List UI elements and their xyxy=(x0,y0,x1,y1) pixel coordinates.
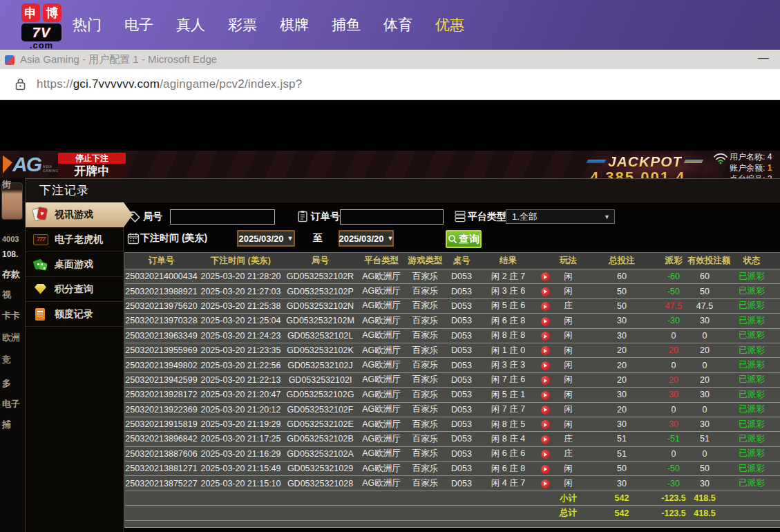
platform-label: 平台类型 xyxy=(468,211,506,223)
play-icon[interactable] xyxy=(541,391,550,400)
play-cell xyxy=(538,316,553,326)
platform-cell: AG欧洲厅 xyxy=(356,359,406,371)
play-icon[interactable] xyxy=(541,361,550,370)
table-no-cell: D053 xyxy=(444,390,479,399)
address-bar[interactable]: https://gci.7vvvvvv.com/agingame/pcv2/in… xyxy=(0,69,780,100)
order-input[interactable] xyxy=(340,209,444,225)
play-icon[interactable] xyxy=(541,406,550,415)
clipboard-icon xyxy=(296,210,309,222)
result-cell: 闲 3 庄 6 xyxy=(479,285,538,297)
bet-time-cell: 2025-03-20 21:19:29 xyxy=(198,419,284,429)
play-icon[interactable] xyxy=(541,317,550,326)
bet-time-cell: 2025-03-20 21:15:10 xyxy=(198,479,284,488)
platform-cell: AG欧洲厅 xyxy=(356,448,406,459)
background-menu-item: 卡卡 xyxy=(2,310,20,322)
nav-item[interactable]: 真人 xyxy=(176,15,205,35)
chevron-down-icon: ▼ xyxy=(604,213,610,220)
subtotal-row: 小计 542 -123.5 418.5 xyxy=(125,491,780,506)
logo-com: .com xyxy=(15,41,68,49)
sidebar-item-label: 额度记录 xyxy=(55,308,93,321)
round-input[interactable] xyxy=(170,209,275,225)
nav-item[interactable]: 热门 xyxy=(73,15,102,35)
table-no-cell: D053 xyxy=(444,316,479,325)
play-cell xyxy=(538,464,553,474)
result-cell: 闲 8 庄 4 xyxy=(479,433,538,445)
play-icon[interactable] xyxy=(541,479,550,488)
bet-time-cell: 2025-03-20 21:22:56 xyxy=(198,361,284,370)
play-icon[interactable] xyxy=(541,287,550,296)
total-bet-cell: 60 xyxy=(584,272,660,281)
nav-item[interactable]: 棋牌 xyxy=(280,15,309,35)
status-cell: 已派彩 xyxy=(722,477,780,489)
cards-icon xyxy=(32,207,49,222)
round-label: 局号 xyxy=(143,211,162,223)
table-no-cell: D053 xyxy=(444,287,479,296)
result-cell: 闲 5 庄 1 xyxy=(479,389,538,401)
platform-icon xyxy=(454,210,466,222)
page-content: AG ASIA GAMING 停止下注 开牌中 JACKPOT 4,385,00… xyxy=(0,100,780,532)
site-logo[interactable]: 申 博 7V .com xyxy=(15,3,68,49)
play-type-cell: 闲 xyxy=(553,403,584,415)
play-cell xyxy=(538,375,553,386)
play-icon[interactable] xyxy=(541,346,550,355)
bet-time-cell: 2025-03-20 21:25:04 xyxy=(198,316,284,325)
play-cell xyxy=(538,419,553,430)
play-icon[interactable] xyxy=(541,435,550,444)
payout-cell: 0 xyxy=(660,361,687,370)
total-bet-cell: 20 xyxy=(584,375,660,385)
play-type-cell: 闲 xyxy=(553,477,584,489)
nav-item[interactable]: 优惠 xyxy=(435,15,464,35)
nav-item[interactable]: 捕鱼 xyxy=(332,15,361,35)
search-button[interactable]: 查询 xyxy=(446,230,482,248)
table-no-cell: D053 xyxy=(444,419,479,429)
subtotal-total-bet: 542 xyxy=(584,493,660,503)
play-icon[interactable] xyxy=(541,272,550,281)
nav-menu: 热门 电子 真人 彩票 棋牌 捕鱼 体育 优惠 xyxy=(73,0,464,50)
play-icon[interactable] xyxy=(541,332,550,341)
status-cell: 已派彩 xyxy=(722,300,780,312)
sidebar-item[interactable]: 电子老虎机 xyxy=(26,227,124,252)
sidebar-item[interactable]: 视讯游戏 xyxy=(26,202,133,227)
platform-cell: AG欧洲厅 xyxy=(356,285,406,297)
game-type-cell: 百家乐 xyxy=(406,271,444,283)
play-icon[interactable] xyxy=(541,376,550,385)
valid-bet-cell: 30 xyxy=(687,316,722,325)
sidebar-item[interactable]: 桌面游戏 xyxy=(26,252,124,277)
search-icon xyxy=(448,234,457,244)
play-icon[interactable] xyxy=(541,450,550,459)
sidebar-item[interactable]: 额度记录 xyxy=(26,302,124,327)
valid-bet-cell: 0 xyxy=(687,449,722,459)
bet-time-cell: 2025-03-20 21:22:13 xyxy=(198,375,284,385)
background-menu-item: 电子 xyxy=(2,398,20,410)
result-cell: 闲 1 庄 0 xyxy=(479,345,538,357)
play-type-cell: 闲 xyxy=(553,359,584,371)
nav-item[interactable]: 电子 xyxy=(124,15,153,35)
play-icon[interactable] xyxy=(541,465,550,474)
bet-time-cell: 2025-03-20 21:20:47 xyxy=(198,390,284,399)
play-icon[interactable] xyxy=(541,420,550,429)
date-to-picker[interactable]: 2025/03/20 ▼ xyxy=(339,230,394,247)
search-button-label: 查询 xyxy=(459,233,479,246)
minimize-button[interactable]: — xyxy=(758,52,769,64)
play-type-cell: 闲 xyxy=(553,374,584,386)
nav-item[interactable]: 彩票 xyxy=(228,15,257,35)
play-icon[interactable] xyxy=(541,302,550,311)
chevron-down-icon: ▼ xyxy=(388,235,394,242)
points-icon xyxy=(32,282,49,297)
platform-select[interactable]: 1.全部 ▼ xyxy=(506,209,615,224)
game-type-cell: 百家乐 xyxy=(406,330,444,341)
table-row: 250320214000434 2025-03-20 21:28:20 GD05… xyxy=(125,269,780,284)
table-header-cell: 下注时间 (美东) xyxy=(198,255,284,267)
ag-logo-text: AG xyxy=(12,154,41,175)
total-bet-cell: 30 xyxy=(584,479,660,488)
nav-item[interactable]: 体育 xyxy=(383,15,412,35)
bet-time-cell: 2025-03-20 21:25:38 xyxy=(198,301,284,311)
valid-bet-cell: 30 xyxy=(687,390,722,399)
table-row: 250320213988921 2025-03-20 21:27:03 GD05… xyxy=(125,284,780,298)
date-from-picker[interactable]: 2025/03/20 ▼ xyxy=(237,230,295,247)
sidebar-item[interactable]: 积分查询 xyxy=(26,277,124,302)
table-header-cell: 游戏类型 xyxy=(406,255,444,267)
order-no-cell: 250320213975620 xyxy=(125,301,198,311)
result-cell: 闲 7 庄 6 xyxy=(479,374,538,386)
platform-cell: AG欧洲厅 xyxy=(356,403,406,415)
